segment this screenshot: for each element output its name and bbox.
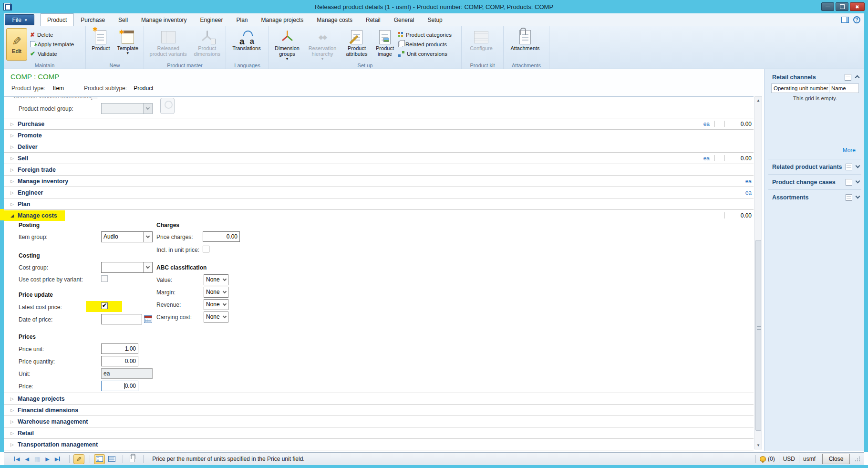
next-record-button[interactable]: ▶ [45, 456, 49, 462]
tab-purchase[interactable]: Purchase [74, 14, 112, 26]
related-product-variants-header[interactable]: Related product variants [772, 164, 842, 170]
cost-group-dropdown[interactable] [101, 262, 153, 273]
section-header-engineer[interactable]: Engineer ea [4, 187, 754, 198]
grid-view-nav-icon[interactable]: ▦ [34, 456, 40, 463]
incl-in-unit-price-checkbox[interactable] [203, 246, 209, 252]
delete-button[interactable]: Delete [30, 31, 74, 39]
tab-general[interactable]: General [387, 14, 421, 26]
tab-setup[interactable]: Setup [421, 14, 449, 26]
product-change-cases-header[interactable]: Product change cases [772, 179, 836, 186]
tab-manage-projects[interactable]: Manage projects [255, 14, 310, 26]
form-scrollbar[interactable]: ▲ ▼ [754, 96, 762, 449]
section-header-warehouse-management[interactable]: Warehouse management [4, 416, 754, 427]
edit-mode-button[interactable] [73, 454, 84, 464]
grid-icon[interactable] [846, 164, 852, 170]
grid-view-button[interactable] [106, 454, 117, 464]
grid-icon[interactable] [845, 74, 851, 81]
tab-manage-costs[interactable]: Manage costs [310, 14, 359, 26]
document-handling-button[interactable] [127, 454, 138, 464]
chevron-down-icon[interactable] [856, 164, 860, 168]
dropdown-chevron-icon[interactable] [221, 287, 228, 297]
first-record-button[interactable]: ◀ [14, 456, 20, 462]
section-header-purchase[interactable]: Purchase ea0.00 [4, 118, 754, 129]
tab-retail[interactable]: Retail [359, 14, 387, 26]
tab-plan[interactable]: Plan [230, 14, 255, 26]
chevron-up-icon[interactable] [855, 75, 860, 80]
abc-margin-select[interactable]: None [204, 287, 228, 298]
dimension-groups-button[interactable]: Dimension groups ▾ [271, 28, 303, 62]
dropdown-chevron-icon[interactable] [221, 275, 228, 285]
latest-cost-price-checkbox[interactable] [101, 302, 108, 309]
notifications-bell-icon[interactable] [760, 456, 766, 462]
file-menu-button[interactable]: File [5, 14, 34, 25]
price-unit-input[interactable]: 1.00 [101, 343, 138, 354]
minimize-button[interactable] [821, 2, 834, 11]
section-header-manage-costs[interactable]: Manage costs 0.00 [4, 209, 754, 221]
product-image-button[interactable]: Product image [372, 28, 397, 58]
section-header-plan[interactable]: Plan [4, 198, 754, 209]
section-header-promote[interactable]: Promote [4, 129, 754, 141]
new-product-button[interactable]: Product [88, 28, 114, 52]
help-icon[interactable] [853, 16, 860, 23]
grid-icon[interactable] [846, 194, 852, 201]
abc-revenue-select[interactable]: None [204, 299, 228, 310]
section-header-manage-projects[interactable]: Manage projects [4, 393, 754, 404]
translations-button[interactable]: a Translations [228, 28, 265, 52]
section-header-retail[interactable]: Retail [4, 427, 754, 438]
scroll-down-icon[interactable]: ▼ [755, 442, 762, 449]
currency-indicator[interactable]: USD [783, 456, 795, 462]
template-button[interactable]: Template ▾ [114, 28, 141, 56]
section-header-financial-dimensions[interactable]: Financial dimensions [4, 404, 754, 416]
chevron-down-icon[interactable] [856, 179, 860, 184]
price-charges-input[interactable]: 0.00 [203, 231, 240, 242]
dropdown-chevron-icon[interactable] [143, 262, 152, 272]
retail-channels-header[interactable]: Retail channels [772, 74, 816, 81]
section-header-sell[interactable]: Sell ea0.00 [4, 152, 754, 164]
column-header-operating-unit-number[interactable]: Operating unit number [771, 83, 829, 93]
scrollbar-thumb[interactable] [755, 240, 761, 431]
price-quantity-input[interactable]: 0.00 [101, 356, 138, 366]
apply-template-button[interactable]: Apply template [30, 40, 74, 48]
dropdown-chevron-icon[interactable] [143, 232, 152, 242]
maximize-button[interactable] [836, 2, 848, 11]
details-view-button[interactable] [94, 454, 105, 464]
section-header-foreign-trade[interactable]: Foreign trade [4, 164, 754, 175]
validate-button[interactable]: Validate [30, 50, 74, 58]
carrying-cost-select[interactable]: None [204, 312, 228, 322]
edit-button[interactable]: Edit [6, 28, 27, 61]
dropdown-chevron-icon[interactable] [221, 300, 228, 310]
section-header-deliver[interactable]: Deliver [4, 141, 754, 152]
calendar-icon[interactable] [144, 315, 152, 323]
product-categories-button[interactable]: Product categories [398, 31, 452, 39]
layout-switch-icon[interactable] [841, 17, 849, 23]
last-record-button[interactable]: ▶ [55, 456, 60, 462]
scroll-up-icon[interactable]: ▲ [755, 97, 762, 104]
column-header-name[interactable]: Name [829, 83, 859, 93]
related-products-button[interactable]: Related products [398, 40, 452, 48]
section-header-manage-inventory[interactable]: Manage inventory ea [4, 175, 754, 187]
title-bar[interactable]: Released product details (1 - usmf) - Pr… [0, 0, 868, 13]
grid-icon[interactable] [846, 179, 852, 186]
chevron-down-icon[interactable] [856, 194, 860, 199]
attachments-button[interactable]: Attachments [506, 28, 544, 52]
tab-sell[interactable]: Sell [112, 14, 134, 26]
assortments-header[interactable]: Assortments [772, 194, 808, 201]
previous-record-button[interactable]: ◀ [25, 456, 29, 462]
tab-manage-inventory[interactable]: Manage inventory [134, 14, 193, 26]
item-group-dropdown[interactable]: Audio [101, 231, 153, 242]
close-window-button[interactable] [850, 2, 865, 11]
resize-grip[interactable] [855, 456, 860, 462]
more-link[interactable]: More [843, 147, 856, 154]
close-button[interactable]: Close [822, 454, 850, 464]
dropdown-chevron-icon[interactable] [221, 312, 228, 322]
unit-conversions-button[interactable]: Unit conversions [398, 50, 452, 58]
tab-product[interactable]: Product [40, 13, 74, 26]
section-header-transportation-management[interactable]: Transportation management [4, 438, 754, 450]
tab-engineer[interactable]: Engineer [193, 14, 229, 26]
product-attributes-button[interactable]: Product attributes [342, 28, 372, 58]
company-indicator[interactable]: usmf [803, 456, 816, 462]
date-of-price-input[interactable] [101, 314, 142, 324]
notification-count[interactable]: (0) [768, 456, 775, 462]
abc-value-select[interactable]: None [204, 274, 228, 285]
price-input[interactable]: 0.00 [101, 381, 138, 391]
